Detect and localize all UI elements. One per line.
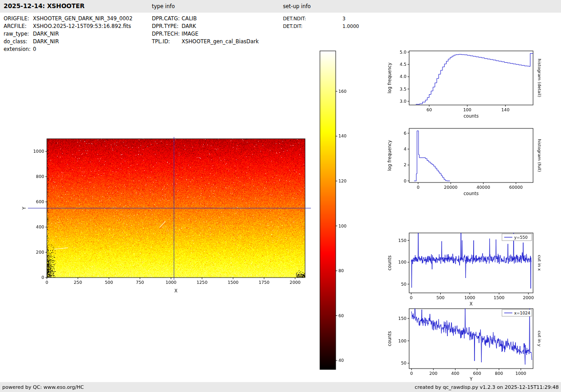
meta-label: DPR.TYPE: [152,23,182,30]
meta-label: do_class: [4,38,33,46]
cut-y-legend: x=1024 [502,310,532,316]
x-tick-label: 200 [429,371,438,376]
meta-value: IMAGE [182,31,198,37]
x-axis-label: Y [469,377,473,382]
legend-label: y=550 [514,235,528,240]
x-tick-label: 0 [46,280,48,285]
x-axis-label: X [470,301,473,306]
right-side-title: cut in x [537,255,542,271]
meta-row: extension:0 [4,46,132,53]
colorbar-tick-label: 160 [338,89,347,94]
y-tick-label: 50 [401,282,406,287]
y-tick-label: 0 [41,275,44,280]
meta-value: XSHOOTER_gen_cal_BiasDark [182,38,259,45]
y-tick-label: 3.0 [400,99,406,104]
footer-credit-left: powered by QC: www.eso.org/HC [2,384,84,390]
meta-row: DET.DIT:1.0000 [283,23,359,30]
meta-value: XSHOOTER_GEN_DARK_NIR_349_0002 [33,15,132,22]
meta-label: DET.NDIT: [283,15,342,23]
meta-value: 0 [33,46,36,52]
meta-value: DARK_NIR [33,38,59,45]
meta-value: DARK [182,23,196,29]
x-tick-label: 500 [105,280,113,285]
y-tick-label: 6 [404,131,406,136]
meta-value: DARK_NIR [33,31,59,37]
right-side-title: histogram (detail) [537,59,542,97]
y-tick-label: 150 [398,238,406,243]
x-tick-label: 600 [473,371,481,376]
x-tick-label: 400 [451,371,459,376]
colorbar-tick-label: 140 [338,133,347,138]
setup-info-column: DET.NDIT:3 DET.DIT:1.0000 [283,15,359,30]
meta-row: ARCFILE:XSHOO.2025-12-15T09:53:16.892.fi… [4,23,132,30]
x-tick-label: 1750 [259,280,269,285]
meta-row: ORIGFILE:XSHOOTER_GEN_DARK_NIR_349_0002 [4,15,132,23]
colorbar-canvas [320,51,336,369]
y-axis-label: counts [387,331,392,346]
y-tick-label: 600 [36,199,44,204]
colorbar-tick-label: 60 [338,313,344,318]
x-axis-label: counts [464,114,479,119]
x-tick-label: 250 [74,280,82,285]
type-info-heading: type info [152,3,175,9]
meta-row: DPR.CATG:CALIB [152,15,259,23]
cut-x-axes: 050010001500200050100150Xcountscut in x [387,233,542,306]
x-axis-label: counts [464,191,479,196]
meta-row: raw_type:DARK_NIR [4,30,132,38]
x-tick-label: 40000 [477,185,490,190]
right-side-title: cut in y [537,331,542,347]
x-tick-label: 2000 [523,295,534,300]
meta-label: DPR.TECH: [152,30,182,38]
y-tick-label: 50 [401,360,406,365]
x-tick-label: 0 [417,185,420,190]
footer-credit-right: created by qc_rawdisp.py v1.2.3 on 2025-… [415,384,559,390]
x-tick-label: 1000 [165,280,176,285]
hist-detail-data-line [416,54,533,105]
hist-full-data-line [414,131,450,181]
y-axis-label: log frequency [387,63,392,94]
y-tick-label: 3.5 [400,87,406,91]
right-side-title: histogram (full) [537,139,542,172]
header-bar: 2025-12-14: XSHOOTER type info set-up in… [0,0,561,13]
meta-label: DPR.CATG: [152,15,182,23]
meta-row: DPR.TECH:IMAGE [152,30,259,38]
x-tick-label: 1500 [493,295,504,300]
y-tick-label: 150 [398,316,406,321]
cut-x-data-line [411,221,531,289]
x-axis-label: X [174,288,178,293]
meta-value: CALIB [182,15,197,22]
y-axis-label: log frequency [387,140,392,171]
meta-label: extension: [4,46,33,53]
meta-row: DPR.TYPE:DARK [152,23,259,30]
x-tick-label: 100 [463,107,471,112]
legend-label: x=1024 [514,311,530,315]
y-tick-label: 400 [36,224,44,229]
x-tick-label: 500 [436,295,444,300]
x-tick-label: 0 [410,295,413,300]
y-axis-label: Y [22,206,27,210]
x-tick-label: 20000 [444,185,457,190]
page-title: 2025-12-14: XSHOOTER [4,2,85,9]
type-info-column: DPR.CATG:CALIB DPR.TYPE:DARK DPR.TECH:IM… [152,15,259,46]
meta-value: 3 [342,16,346,21]
cut-y-axes: 0200400600800100050100150Ycountscut in y [387,309,542,382]
y-tick-label: 100 [398,260,406,264]
y-axis-label: counts [387,255,392,270]
y-tick-label: 1000 [33,149,44,154]
x-tick-label: 60000 [509,185,523,190]
y-tick-label: 4 [404,146,406,151]
x-tick-label: 1250 [196,280,207,285]
meta-row: do_class:DARK_NIR [4,38,132,46]
x-tick-label: 60 [426,107,432,112]
x-tick-label: 750 [136,280,144,285]
meta-label: raw_type: [4,30,33,38]
colorbar-tick-label: 40 [338,358,344,363]
cut-x-legend: y=550 [502,234,532,241]
file-metadata-column: ORIGFILE:XSHOOTER_GEN_DARK_NIR_349_0002 … [4,15,132,53]
setup-info-heading: set-up info [283,3,311,9]
y-tick-label: 800 [36,174,44,179]
meta-value: 1.0000 [342,23,359,29]
meta-row: DET.NDIT:3 [283,15,359,23]
x-tick-label: 1000 [464,295,475,300]
y-tick-label: 5.0 [400,50,406,55]
